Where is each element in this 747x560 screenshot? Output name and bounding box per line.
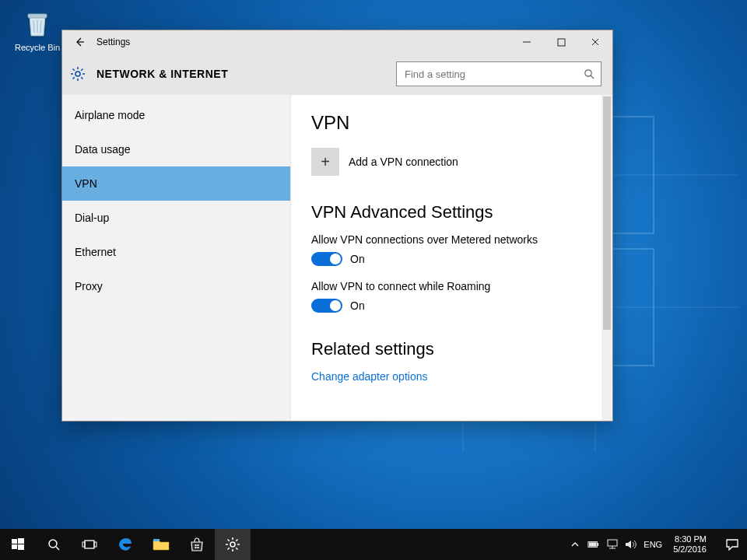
header-bar: NETWORK & INTERNET xyxy=(62,54,612,95)
roaming-label: Allow VPN to connect while Roaming xyxy=(311,280,581,292)
sidebar-item-data-usage[interactable]: Data usage xyxy=(62,132,290,166)
notification-icon xyxy=(725,538,739,551)
edge-button[interactable] xyxy=(107,529,143,560)
sidebar-item-airplane-mode[interactable]: Airplane mode xyxy=(62,98,290,132)
store-icon xyxy=(189,537,205,552)
task-view-icon xyxy=(82,538,97,551)
close-button[interactable] xyxy=(578,30,612,54)
svg-rect-52 xyxy=(598,543,599,546)
svg-point-17 xyxy=(75,72,80,76)
svg-rect-34 xyxy=(85,541,94,548)
gear-icon xyxy=(70,66,86,82)
roaming-state: On xyxy=(350,299,365,312)
svg-rect-37 xyxy=(153,539,160,541)
minimize-button[interactable] xyxy=(510,30,544,54)
search-icon xyxy=(584,68,594,79)
plus-icon: + xyxy=(311,148,339,176)
svg-rect-54 xyxy=(608,540,617,546)
svg-line-22 xyxy=(73,69,75,71)
store-button[interactable] xyxy=(179,529,215,560)
svg-point-42 xyxy=(230,542,235,547)
metered-networks-state: On xyxy=(350,253,365,265)
svg-rect-31 xyxy=(18,544,24,550)
file-explorer-button[interactable] xyxy=(143,529,179,560)
change-adapter-options-link[interactable]: Change adapter options xyxy=(311,370,581,383)
network-icon[interactable] xyxy=(606,538,619,551)
sidebar: Airplane mode Data usage VPN Dial-up Eth… xyxy=(62,95,291,421)
svg-line-49 xyxy=(236,540,237,541)
svg-point-26 xyxy=(585,70,591,76)
taskbar: ENG 8:30 PM 5/2/2016 xyxy=(0,529,747,560)
svg-rect-30 xyxy=(12,544,17,549)
sidebar-item-proxy[interactable]: Proxy xyxy=(62,269,290,303)
page-title: NETWORK & INTERNET xyxy=(96,68,396,80)
svg-rect-39 xyxy=(198,544,199,546)
search-input[interactable] xyxy=(403,68,584,81)
svg-line-48 xyxy=(236,548,237,549)
sidebar-item-ethernet[interactable]: Ethernet xyxy=(62,235,290,269)
back-button[interactable] xyxy=(62,30,96,54)
action-center-button[interactable] xyxy=(717,529,747,560)
start-button[interactable] xyxy=(0,529,36,560)
maximize-button[interactable] xyxy=(544,30,578,54)
svg-line-50 xyxy=(228,548,230,549)
system-tray: ENG 8:30 PM 5/2/2016 xyxy=(563,529,717,560)
svg-rect-8 xyxy=(28,14,47,18)
settings-taskbar-button[interactable] xyxy=(215,529,251,560)
search-button[interactable] xyxy=(36,529,72,560)
gear-icon xyxy=(225,537,240,552)
titlebar: Settings xyxy=(62,30,612,54)
svg-rect-35 xyxy=(82,542,85,547)
section-heading-related: Related settings xyxy=(311,339,581,359)
tray-chevron-up-icon[interactable] xyxy=(569,538,581,551)
metered-networks-toggle[interactable] xyxy=(311,252,342,266)
windows-icon xyxy=(11,537,25,551)
search-icon xyxy=(47,537,61,551)
tray-clock[interactable]: 8:30 PM 5/2/2016 xyxy=(668,534,711,555)
clock-time: 8:30 PM xyxy=(673,534,707,544)
recycle-bin-label: Recycle Bin xyxy=(9,43,65,52)
svg-line-25 xyxy=(73,77,75,79)
svg-line-27 xyxy=(591,75,594,79)
svg-rect-41 xyxy=(198,547,199,548)
add-vpn-label: Add a VPN connection xyxy=(349,156,458,168)
svg-rect-40 xyxy=(195,547,197,548)
edge-icon xyxy=(117,536,134,553)
svg-rect-36 xyxy=(94,542,96,547)
add-vpn-connection-button[interactable]: + Add a VPN connection xyxy=(311,148,581,176)
svg-rect-38 xyxy=(195,544,197,546)
sidebar-item-vpn[interactable]: VPN xyxy=(62,166,290,201)
svg-point-32 xyxy=(49,540,57,548)
recycle-bin-icon xyxy=(20,6,54,40)
window-title: Settings xyxy=(96,37,130,47)
search-box[interactable] xyxy=(396,61,601,86)
section-heading-vpn-advanced: VPN Advanced Settings xyxy=(311,202,581,222)
content-pane: VPN + Add a VPN connection VPN Advanced … xyxy=(291,95,601,421)
folder-icon xyxy=(153,537,170,551)
recycle-bin-desktop-icon[interactable]: Recycle Bin xyxy=(9,6,65,52)
tray-language[interactable]: ENG xyxy=(644,540,662,549)
svg-rect-28 xyxy=(12,539,17,544)
clock-date: 5/2/2016 xyxy=(673,544,707,555)
svg-line-47 xyxy=(228,540,230,541)
svg-rect-29 xyxy=(18,538,24,544)
settings-window: Settings xyxy=(61,30,613,422)
roaming-toggle[interactable] xyxy=(311,299,342,313)
svg-rect-14 xyxy=(558,39,565,46)
scrollbar-thumb[interactable] xyxy=(603,96,611,330)
scrollbar[interactable] xyxy=(601,95,612,421)
sidebar-item-dial-up[interactable]: Dial-up xyxy=(62,201,290,235)
task-view-button[interactable] xyxy=(72,529,107,560)
svg-line-33 xyxy=(56,547,59,550)
volume-icon[interactable] xyxy=(625,538,637,551)
metered-networks-label: Allow VPN connections over Metered netwo… xyxy=(311,233,581,246)
section-heading-vpn: VPN xyxy=(311,112,581,134)
battery-icon[interactable] xyxy=(587,538,600,551)
svg-line-24 xyxy=(81,69,82,71)
svg-rect-53 xyxy=(589,542,597,546)
svg-line-23 xyxy=(81,77,82,79)
